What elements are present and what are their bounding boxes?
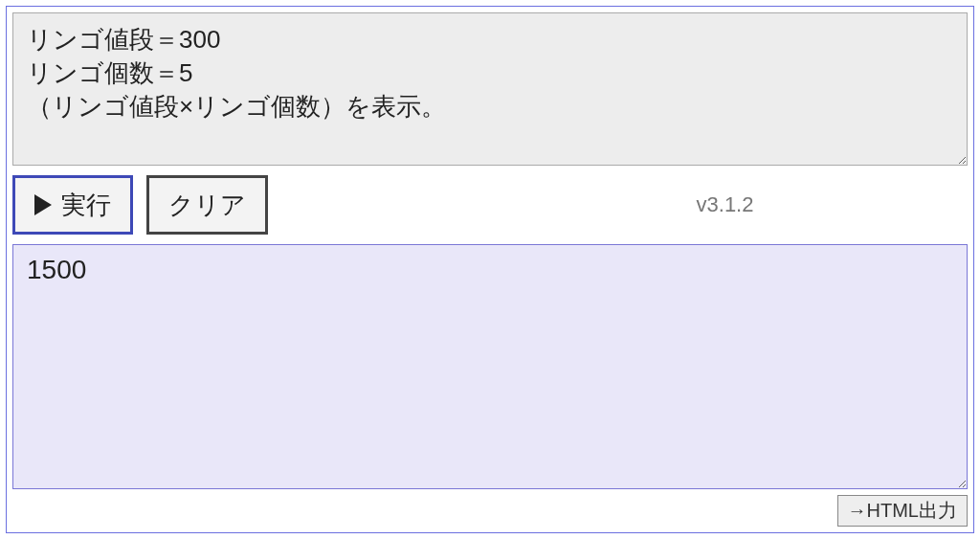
output-area[interactable] (12, 244, 968, 489)
clear-button[interactable]: クリア (146, 175, 268, 235)
run-button[interactable]: 実行 (12, 175, 133, 235)
toolbar: 実行 クリア v3.1.2 (12, 175, 968, 235)
code-input[interactable] (12, 12, 968, 166)
run-button-label: 実行 (61, 189, 111, 222)
html-export-label: →HTML出力 (848, 500, 957, 521)
footer: →HTML出力 (12, 495, 968, 527)
html-export-button[interactable]: →HTML出力 (837, 495, 968, 527)
version-label: v3.1.2 (697, 192, 754, 217)
play-icon (34, 194, 52, 215)
clear-button-label: クリア (168, 189, 246, 222)
app-container: 実行 クリア v3.1.2 →HTML出力 (6, 6, 974, 533)
